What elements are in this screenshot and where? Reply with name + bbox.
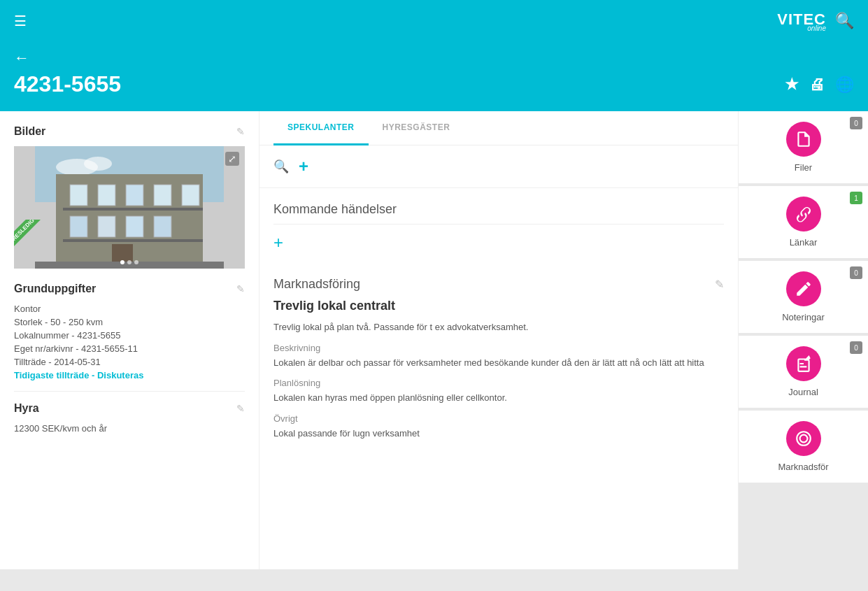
- property-actions: ★ 🖨 🌐: [785, 76, 854, 94]
- center-panel: SPEKULANTER HYRESGÄSTER 🔍 + Kommande hän…: [259, 111, 739, 569]
- property-id-row: 4231-5655 ★ 🖨 🌐: [14, 71, 854, 97]
- ovrigt-text: Lokal passande för lugn verksamhet: [273, 427, 724, 441]
- bilder-section-header: Bilder ✎: [14, 125, 245, 138]
- typ-row: Kontor: [14, 304, 245, 314]
- intro-text: Trevlig lokal på plan två. Passande för …: [273, 320, 724, 334]
- kommande-title: Kommande händelser: [273, 202, 724, 225]
- tabs: SPEKULANTER HYRESGÄSTER: [259, 111, 738, 145]
- diskuteras-link[interactable]: Diskuteras: [97, 370, 143, 380]
- logo: VITEC online: [777, 10, 826, 32]
- globe-icon[interactable]: 🌐: [835, 76, 854, 94]
- main-area: Bilder ✎: [0, 111, 868, 569]
- favorite-star-icon[interactable]: ★: [785, 76, 799, 94]
- search-icon[interactable]: 🔍: [835, 12, 854, 30]
- filer-badge: 0: [850, 117, 862, 129]
- eget-nr-row: Eget nr/arkivnr - 4231-5655-11: [14, 343, 245, 354]
- sidebar-item-filer[interactable]: 0 Filer: [739, 111, 868, 183]
- marknadsföring-header: Marknadsföring ✎: [259, 263, 738, 299]
- hyresledig-badge-wrapper: HYRESLEDIG: [14, 220, 63, 269]
- journal-badge: 0: [850, 341, 862, 354]
- hyra-value: 12300 SEK/kvm och år: [14, 423, 245, 434]
- sidebar-item-noteringar[interactable]: 0 Noteringar: [739, 261, 868, 333]
- noteringar-icon: [786, 271, 821, 306]
- search-spekulanter-icon[interactable]: 🔍: [273, 159, 289, 174]
- hyra-edit-icon[interactable]: ✎: [236, 403, 245, 414]
- svg-rect-15: [63, 239, 203, 242]
- back-arrow[interactable]: ←: [14, 49, 29, 67]
- beskrivning-label: Beskrivning: [273, 343, 724, 353]
- filer-icon: [786, 122, 821, 157]
- svg-rect-8: [182, 185, 199, 206]
- svg-rect-12: [154, 216, 171, 237]
- marknadsföring-title: Marknadsföring: [273, 277, 360, 292]
- sidebar-item-marknadsfor[interactable]: Marknadsför: [739, 411, 868, 483]
- hyresledig-badge: HYRESLEDIG: [14, 220, 46, 259]
- svg-rect-10: [98, 216, 115, 237]
- noteringar-badge: 0: [850, 266, 862, 279]
- tidigaste-label: Tidigaste tillträde -: [14, 370, 94, 380]
- tidigaste-row: Tidigaste tillträde - Diskuteras: [14, 370, 245, 380]
- marknadsföring-content: Trevlig lokal centralt Trevlig lokal på …: [259, 299, 738, 462]
- svg-rect-5: [98, 185, 115, 206]
- hyra-section-header: Hyra ✎: [14, 402, 245, 415]
- dot-2: [127, 260, 131, 264]
- property-id: 4231-5655: [14, 71, 121, 97]
- bilder-title: Bilder: [14, 125, 45, 138]
- dot-1: [120, 260, 124, 264]
- grunduppgifter-edit-icon[interactable]: ✎: [236, 283, 245, 294]
- storlek-row: Storlek - 50 - 250 kvm: [14, 317, 245, 327]
- svg-rect-14: [63, 208, 203, 211]
- planlösning-label: Planlösning: [273, 378, 724, 388]
- journal-icon: [786, 346, 821, 381]
- ovrigt-label: Övrigt: [273, 413, 724, 424]
- kommande-section: Kommande händelser +: [259, 188, 738, 263]
- tillträde-row: Tillträde - 2014-05-31: [14, 357, 245, 367]
- hyra-title: Hyra: [14, 402, 39, 415]
- marknadsfor-icon: [786, 421, 821, 456]
- property-main-title: Trevlig lokal centralt: [273, 299, 724, 313]
- svg-rect-9: [70, 216, 87, 237]
- filer-label: Filer: [795, 162, 812, 173]
- menu-icon[interactable]: ☰: [14, 13, 27, 29]
- lankar-icon: [786, 197, 821, 232]
- tab-hyresgäster[interactable]: HYRESGÄSTER: [369, 111, 464, 145]
- expand-image-icon[interactable]: ⤢: [225, 152, 239, 166]
- add-spekulanter-button[interactable]: +: [299, 157, 308, 176]
- svg-rect-6: [126, 185, 143, 206]
- add-händelse-button[interactable]: +: [273, 233, 283, 252]
- sidebar-item-lankar[interactable]: 1 Länkar: [739, 186, 868, 258]
- marknadsfor-label: Marknadsför: [778, 462, 828, 472]
- property-image: HYRESLEDIG ⤢: [14, 146, 245, 269]
- tab-spekulanter[interactable]: SPEKULANTER: [273, 111, 369, 145]
- lankar-label: Länkar: [790, 237, 818, 248]
- image-dots: [120, 260, 138, 264]
- header: ☰ VITEC online 🔍: [0, 0, 868, 42]
- svg-rect-11: [126, 216, 143, 237]
- lankar-badge: 1: [850, 192, 862, 204]
- left-panel: Bilder ✎: [0, 111, 259, 569]
- svg-rect-7: [154, 185, 171, 206]
- bilder-edit-icon[interactable]: ✎: [236, 126, 245, 137]
- svg-rect-4: [70, 185, 87, 206]
- svg-point-2: [84, 157, 112, 171]
- lokalnummer-row: Lokalnummer - 4231-5655: [14, 330, 245, 341]
- planlösning-text: Lokalen kan hyras med öppen planlösning …: [273, 391, 724, 405]
- center-actions: 🔍 +: [259, 145, 738, 188]
- marknadsföring-edit-icon[interactable]: ✎: [715, 278, 724, 291]
- noteringar-label: Noteringar: [782, 312, 825, 322]
- grunduppgifter-title: Grunduppgifter: [14, 283, 96, 295]
- divider: [14, 391, 245, 392]
- sub-header: ← 4231-5655 ★ 🖨 🌐: [0, 42, 868, 111]
- right-sidebar: 0 Filer 1 Länkar 0 Noteringar 0: [739, 111, 868, 569]
- journal-label: Journal: [788, 387, 818, 397]
- print-icon[interactable]: 🖨: [809, 76, 825, 94]
- sidebar-item-journal[interactable]: 0 Journal: [739, 336, 868, 408]
- dot-3: [134, 260, 138, 264]
- beskrivning-text: Lokalen är delbar och passar för verksam…: [273, 356, 724, 370]
- grunduppgifter-section-header: Grunduppgifter ✎: [14, 283, 245, 295]
